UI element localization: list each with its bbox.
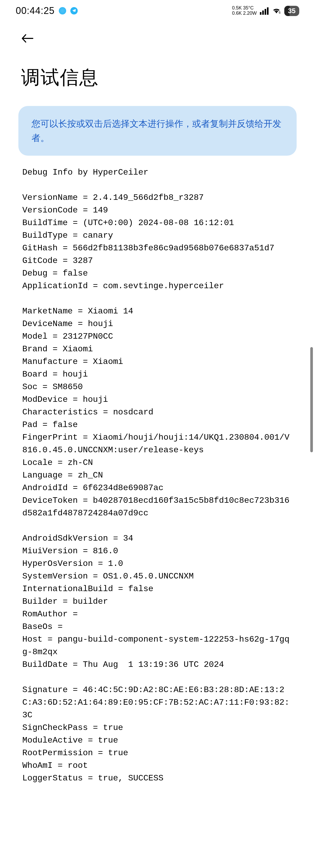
net-speed-2: 0.6K bbox=[232, 10, 242, 16]
debug-info-text[interactable]: Debug Info by HyperCeiler VersionName = … bbox=[0, 166, 315, 800]
page-title: 调试信息 bbox=[21, 65, 294, 90]
battery-indicator: 35 bbox=[284, 6, 299, 16]
status-time: 00:44:25 bbox=[16, 5, 55, 16]
back-button[interactable] bbox=[21, 27, 34, 52]
power: 2.20W bbox=[243, 10, 257, 16]
wifi-icon: 6 bbox=[272, 6, 281, 16]
status-right: 0.5K 35°C 0.6K 2.20W 6 35 bbox=[232, 5, 299, 16]
app-icon-1 bbox=[59, 7, 66, 14]
status-bar: 00:44:25 0.5K 35°C 0.6K 2.20W 6 35 bbox=[0, 0, 315, 19]
telegram-icon bbox=[70, 7, 78, 14]
network-speed: 0.5K 35°C 0.6K 2.20W bbox=[232, 5, 257, 16]
info-banner-text: 您可以长按或双击后选择文本进行操作，或者复制并反馈给开发者。 bbox=[32, 119, 281, 143]
temp: 35°C bbox=[243, 5, 253, 10]
status-left: 00:44:25 bbox=[16, 5, 78, 16]
svg-text:6: 6 bbox=[279, 10, 281, 14]
battery-level: 35 bbox=[288, 7, 295, 15]
scrollbar[interactable] bbox=[310, 347, 313, 452]
net-speed-1: 0.5K bbox=[232, 5, 242, 10]
page-header: 调试信息 bbox=[0, 19, 315, 106]
info-banner: 您可以长按或双击后选择文本进行操作，或者复制并反馈给开发者。 bbox=[19, 106, 296, 156]
signal-icon bbox=[260, 7, 269, 15]
